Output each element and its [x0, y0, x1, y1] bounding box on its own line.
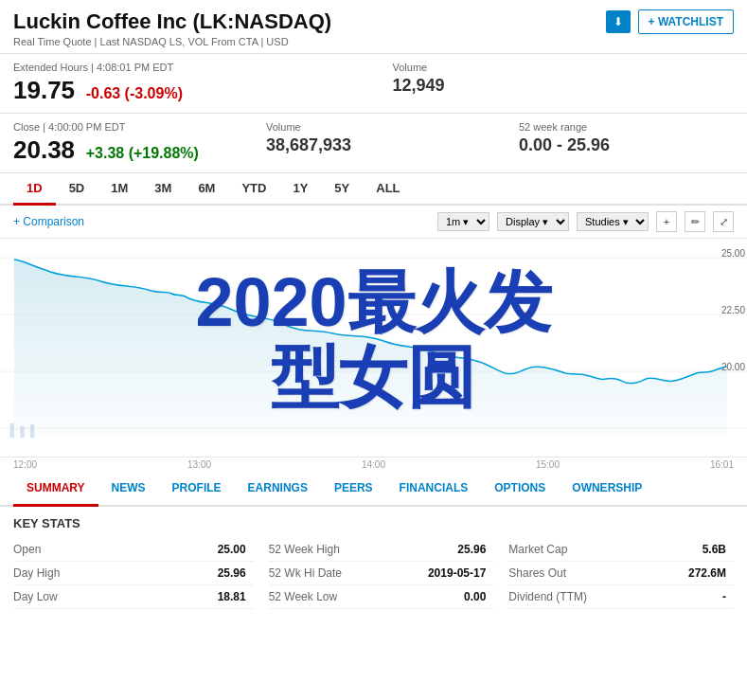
quote-right: Volume 12,949	[393, 62, 735, 105]
stat-52wk-low: 52 Week Low 0.00	[269, 585, 494, 609]
stat-52wk-low-label: 52 Week Low	[269, 590, 338, 603]
tab-financials[interactable]: FINANCIALS	[386, 472, 482, 507]
tab-1m[interactable]: 1M	[98, 173, 141, 206]
stat-dividend: Dividend (TTM) -	[508, 585, 734, 609]
tab-5d[interactable]: 5D	[56, 173, 98, 206]
stat-day-high: Day High 25.96	[13, 562, 254, 585]
stat-shares-out-label: Shares Out	[508, 566, 566, 580]
download-button[interactable]: ⬇	[606, 10, 631, 33]
stat-open-label: Open	[13, 543, 41, 556]
stat-market-cap: Market Cap 5.6B	[508, 538, 734, 562]
extended-vol-label: Volume	[393, 62, 735, 73]
extended-vol-value: 12,949	[393, 76, 735, 96]
studies-select[interactable]: Studies ▾	[577, 212, 649, 231]
tab-news[interactable]: NEWS	[98, 472, 159, 507]
comparison-button[interactable]: Comparison	[13, 215, 84, 228]
extended-quote-section: Extended Hours | 4:08:01 PM EDT 19.75 -0…	[0, 54, 747, 114]
tab-ownership[interactable]: OWNERSHIP	[559, 472, 655, 507]
display-select[interactable]: Display ▾	[497, 212, 569, 231]
quote-left: Extended Hours | 4:08:01 PM EDT 19.75 -0…	[13, 62, 355, 105]
watchlist-button[interactable]: + WATCHLIST	[638, 9, 734, 34]
stat-day-low-value: 18.81	[218, 590, 246, 603]
close-mid: Volume 38,687,933	[266, 121, 481, 165]
range-label: 52 week range	[519, 121, 734, 133]
stat-open-value: 25.00	[218, 543, 246, 556]
close-vol-value: 38,687,933	[266, 135, 481, 155]
nav-tabs: SUMMARY NEWS PROFILE EARNINGS PEERS FINA…	[0, 472, 747, 507]
stat-market-cap-label: Market Cap	[508, 543, 567, 556]
time-tabs: 1D 5D 1M 3M 6M YTD 1Y 5Y ALL	[13, 173, 734, 204]
tab-ytd[interactable]: YTD	[228, 173, 279, 206]
header-actions: ⬇ + WATCHLIST	[606, 9, 734, 34]
tab-all[interactable]: ALL	[363, 173, 413, 206]
x-label-1200: 12:00	[13, 459, 37, 470]
expand-icon[interactable]: ⤢	[713, 211, 734, 232]
stat-day-low: Day Low 18.81	[13, 585, 254, 609]
close-right: 52 week range 0.00 - 25.96	[519, 121, 734, 165]
close-vol-label: Volume	[266, 121, 481, 133]
stat-day-high-label: Day High	[13, 566, 60, 580]
x-label-1300: 13:00	[187, 459, 211, 470]
key-stats-section: KEY STATS Open 25.00 Day High 25.96 Day …	[0, 507, 747, 619]
tab-1y[interactable]: 1Y	[279, 173, 321, 206]
stat-day-low-label: Day Low	[13, 590, 58, 603]
chart-container: 2020最火发型女圆 25.00 22.50 20.00	[0, 239, 747, 457]
close-change: +3.38 (+19.88%)	[86, 145, 199, 161]
y-label-high: 25.00	[721, 248, 745, 259]
extended-label: Extended Hours | 4:08:01 PM EDT	[13, 62, 355, 73]
interval-select[interactable]: 1m ▾	[437, 212, 489, 231]
x-label-1500: 15:00	[536, 459, 560, 470]
stat-52wk-low-value: 0.00	[464, 590, 486, 603]
chart-controls-right: 1m ▾ Display ▾ Studies ▾ + ✏ ⤢	[437, 211, 734, 232]
extended-change: -0.63 (-3.09%)	[86, 85, 183, 101]
tab-earnings[interactable]: EARNINGS	[235, 472, 321, 507]
stats-col-2: 52 Week High 25.96 52 Wk Hi Date 2019-05…	[254, 538, 494, 609]
header: Luckin Coffee Inc (LK:NASDAQ) Real Time …	[0, 0, 747, 54]
stat-dividend-label: Dividend (TTM)	[508, 590, 587, 603]
tab-peers[interactable]: PEERS	[321, 472, 386, 507]
stat-open: Open 25.00	[13, 538, 254, 562]
stat-52wk-high-value: 25.96	[457, 543, 486, 556]
range-value: 0.00 - 25.96	[519, 135, 734, 155]
tab-1d[interactable]: 1D	[13, 173, 56, 206]
stats-col-1: Open 25.00 Day High 25.96 Day Low 18.81	[13, 538, 254, 609]
y-label-low: 20.00	[721, 362, 745, 372]
stats-col-3: Market Cap 5.6B Shares Out 272.6M Divide…	[493, 538, 734, 609]
stat-52wk-hi-date-label: 52 Wk Hi Date	[269, 566, 342, 580]
crosshair-icon[interactable]: +	[656, 211, 677, 232]
stat-52wk-hi-date-value: 2019-05-17	[428, 566, 486, 580]
stat-shares-out: Shares Out 272.6M	[508, 562, 734, 585]
stat-52wk-high-label: 52 Week High	[269, 543, 340, 556]
stats-grid: Open 25.00 Day High 25.96 Day Low 18.81 …	[13, 538, 734, 609]
y-label-mid: 22.50	[721, 305, 745, 315]
svg-rect-4	[10, 423, 14, 438]
tab-5y[interactable]: 5Y	[321, 173, 363, 206]
stock-subtitle: Real Time Quote | Last NASDAQ LS, VOL Fr…	[13, 36, 331, 47]
key-stats-title: KEY STATS	[13, 516, 734, 530]
tab-6m[interactable]: 6M	[185, 173, 228, 206]
stat-shares-out-value: 272.6M	[688, 566, 726, 580]
price-chart	[0, 239, 747, 457]
chart-controls: Comparison 1m ▾ Display ▾ Studies ▾ + ✏ …	[0, 206, 747, 239]
stat-52wk-high: 52 Week High 25.96	[269, 538, 494, 562]
close-quote-section: Close | 4:00:00 PM EDT 20.38 +3.38 (+19.…	[0, 114, 747, 173]
tab-options[interactable]: OPTIONS	[481, 472, 559, 507]
stock-title: Luckin Coffee Inc (LK:NASDAQ)	[13, 9, 331, 34]
stat-52wk-hi-date: 52 Wk Hi Date 2019-05-17	[269, 562, 494, 585]
stat-dividend-value: -	[722, 590, 726, 603]
x-axis: 12:00 13:00 14:00 15:00 16:01	[0, 457, 747, 472]
tab-3m[interactable]: 3M	[141, 173, 185, 206]
stat-market-cap-value: 5.6B	[703, 543, 726, 556]
edit-icon[interactable]: ✏	[685, 211, 705, 232]
tab-profile[interactable]: PROFILE	[159, 472, 235, 507]
close-label: Close | 4:00:00 PM EDT	[13, 121, 228, 133]
x-label-1400: 14:00	[362, 459, 385, 470]
x-label-1601: 16:01	[710, 459, 734, 470]
time-tabs-section: 1D 5D 1M 3M 6M YTD 1Y 5Y ALL	[0, 173, 747, 206]
extended-price: 19.75	[13, 76, 75, 105]
stat-day-high-value: 25.96	[218, 566, 246, 580]
close-price: 20.38	[13, 135, 75, 165]
close-left: Close | 4:00:00 PM EDT 20.38 +3.38 (+19.…	[13, 121, 228, 165]
close-price-row: 20.38 +3.38 (+19.88%)	[13, 135, 228, 165]
tab-summary[interactable]: SUMMARY	[13, 472, 98, 507]
